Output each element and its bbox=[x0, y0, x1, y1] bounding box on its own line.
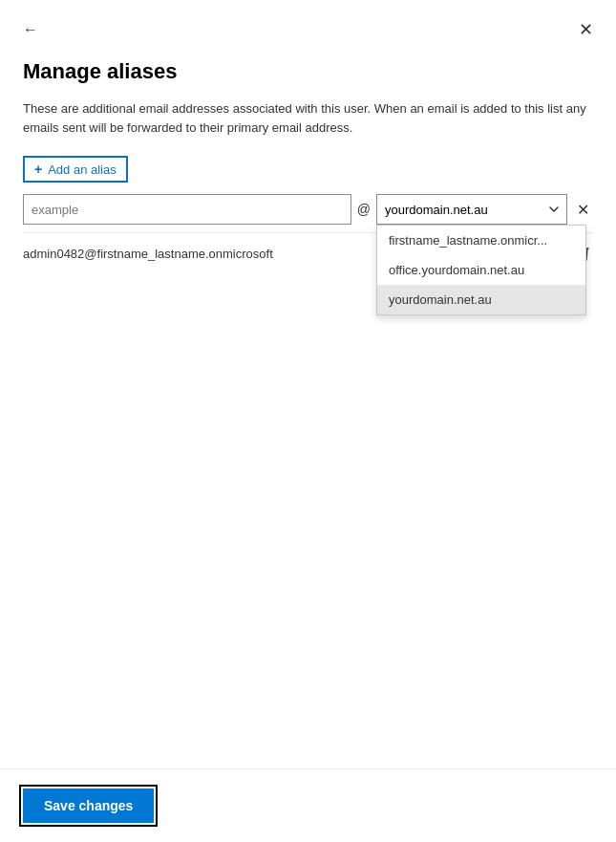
close-icon: ✕ bbox=[579, 19, 593, 40]
back-icon: ← bbox=[23, 21, 38, 38]
alias-input[interactable] bbox=[23, 194, 351, 225]
at-symbol: @ bbox=[357, 202, 371, 217]
dialog-description: These are additional email addresses ass… bbox=[0, 96, 616, 156]
add-alias-button[interactable]: + Add an alias bbox=[23, 156, 128, 183]
domain-selected-label: yourdomain.net.au bbox=[385, 203, 488, 217]
page-title: Manage aliases bbox=[0, 52, 616, 96]
close-button[interactable]: ✕ bbox=[575, 15, 597, 44]
dialog-header: ← ✕ bbox=[0, 0, 616, 52]
clear-icon: ✕ bbox=[577, 201, 589, 219]
existing-alias-email: admin0482@firstname_lastname.onmicrosoft bbox=[23, 247, 273, 261]
domain-option-2[interactable]: yourdomain.net.au bbox=[377, 285, 585, 314]
alias-input-row: @ yourdomain.net.au firstname_lastname.o… bbox=[23, 194, 593, 225]
domain-option-0[interactable]: firstname_lastname.onmicr... bbox=[377, 226, 585, 255]
clear-alias-button[interactable]: ✕ bbox=[573, 197, 593, 223]
dialog-footer: Save changes bbox=[0, 768, 616, 842]
chevron-down-icon bbox=[549, 206, 559, 212]
domain-option-1[interactable]: office.yourdomain.net.au bbox=[377, 255, 585, 285]
domain-select-wrapper: yourdomain.net.au firstname_lastname.onm… bbox=[376, 194, 567, 225]
manage-aliases-dialog: ← ✕ Manage aliases These are additional … bbox=[0, 0, 616, 842]
plus-icon: + bbox=[34, 162, 42, 177]
add-alias-label: Add an alias bbox=[48, 162, 117, 177]
back-button[interactable]: ← bbox=[19, 17, 42, 42]
dialog-content: + Add an alias @ yourdomain.net.au first… bbox=[0, 156, 616, 768]
domain-select-button[interactable]: yourdomain.net.au bbox=[376, 194, 567, 225]
domain-dropdown: firstname_lastname.onmicr... office.your… bbox=[376, 225, 586, 315]
save-changes-button[interactable]: Save changes bbox=[23, 788, 154, 823]
